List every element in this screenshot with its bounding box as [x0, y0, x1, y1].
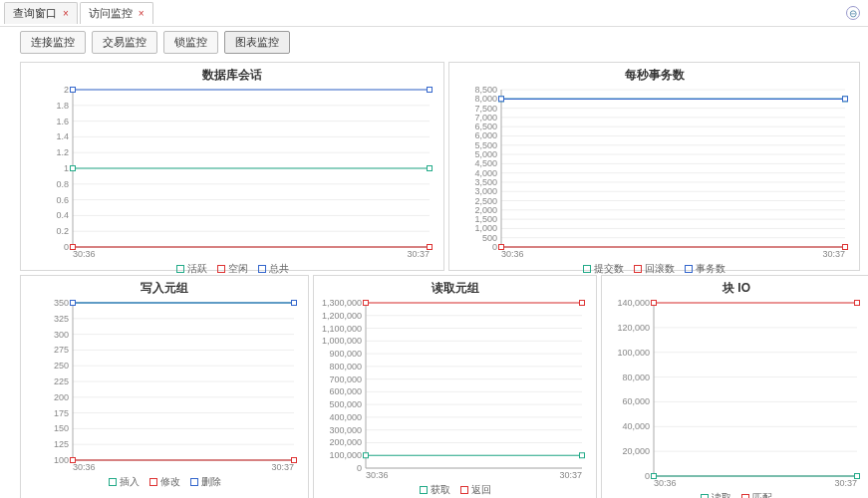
svg-text:100,000: 100,000 [617, 348, 650, 358]
svg-text:1,500: 1,500 [474, 214, 497, 224]
svg-rect-108 [71, 301, 76, 306]
svg-text:275: 275 [54, 345, 69, 355]
tab-label: 查询窗口 [13, 6, 57, 21]
svg-text:1: 1 [64, 163, 69, 173]
svg-text:4,000: 4,000 [474, 168, 497, 178]
legend-item: 删除 [190, 475, 221, 489]
chart-tps: 每秒事务数05001,0001,5002,0002,5003,0003,5004… [448, 62, 860, 271]
tab-access-monitor[interactable]: 访问监控 × [80, 2, 153, 24]
svg-text:350: 350 [54, 299, 69, 308]
svg-text:30:37: 30:37 [271, 462, 294, 472]
monitor-subtabs: 连接监控 交易监控 锁监控 图表监控 [0, 27, 868, 58]
svg-rect-29 [428, 245, 433, 250]
svg-text:500,000: 500,000 [329, 399, 362, 409]
legend-item: 总共 [258, 262, 289, 276]
svg-text:0: 0 [645, 471, 650, 481]
svg-rect-76 [499, 97, 504, 102]
svg-rect-26 [71, 166, 76, 171]
legend-item: 获取 [420, 483, 450, 497]
legend-item: 插入 [109, 475, 140, 489]
svg-text:6,000: 6,000 [474, 130, 497, 140]
svg-rect-167 [855, 474, 860, 479]
svg-text:3,000: 3,000 [474, 186, 497, 196]
svg-text:1.8: 1.8 [56, 101, 69, 111]
subtab-lock[interactable]: 锁监控 [163, 31, 218, 54]
svg-text:1.6: 1.6 [56, 117, 69, 126]
svg-text:30:36: 30:36 [73, 462, 96, 472]
chart-title: 数据库会话 [27, 65, 437, 86]
svg-text:30:36: 30:36 [366, 470, 389, 480]
svg-text:0: 0 [64, 242, 69, 252]
svg-text:1,300,000: 1,300,000 [322, 299, 362, 308]
close-icon[interactable]: × [63, 8, 69, 19]
svg-text:0: 0 [492, 242, 497, 252]
svg-text:30:37: 30:37 [822, 249, 845, 259]
chart-write-tuples: 写入元组10012515017520022525027530032535030:… [20, 275, 309, 498]
svg-text:30:37: 30:37 [407, 249, 430, 259]
chart-legend: 读取匹配 [608, 490, 865, 498]
svg-text:150: 150 [54, 423, 69, 433]
svg-text:175: 175 [54, 408, 69, 418]
svg-text:200,000: 200,000 [329, 437, 362, 447]
svg-text:600,000: 600,000 [329, 386, 362, 396]
chart-legend: 提交数回滚数事务数 [455, 261, 853, 276]
svg-text:8,500: 8,500 [474, 86, 497, 95]
chart-legend: 活跃空闲总共 [27, 261, 437, 276]
svg-text:800,000: 800,000 [329, 362, 362, 372]
svg-text:7,000: 7,000 [474, 113, 497, 123]
subtab-transaction[interactable]: 交易监控 [92, 31, 157, 54]
subtab-connection[interactable]: 连接监控 [20, 31, 86, 54]
svg-text:30:37: 30:37 [834, 478, 857, 488]
svg-rect-168 [652, 301, 657, 306]
tab-label: 访问监控 [89, 6, 133, 21]
svg-text:0: 0 [357, 463, 362, 473]
svg-rect-109 [292, 301, 297, 306]
svg-text:225: 225 [54, 376, 69, 386]
tab-query-window[interactable]: 查询窗口 × [4, 2, 78, 24]
svg-rect-74 [499, 245, 504, 250]
legend-item: 活跃 [176, 262, 207, 276]
svg-text:250: 250 [54, 361, 69, 371]
svg-text:30:36: 30:36 [654, 478, 677, 488]
chart-db-sessions: 数据库会话00.20.40.60.811.21.41.61.8230:3630:… [20, 62, 444, 271]
legend-item: 事务数 [685, 262, 725, 276]
minimize-icon[interactable]: ⊖ [846, 6, 860, 20]
svg-rect-169 [855, 301, 860, 306]
legend-item: 匹配 [741, 491, 772, 498]
svg-text:2,500: 2,500 [474, 196, 497, 206]
svg-text:100,000: 100,000 [329, 450, 362, 460]
svg-text:60,000: 60,000 [622, 396, 650, 406]
svg-text:1,200,000: 1,200,000 [322, 311, 362, 321]
chart-title: 每秒事务数 [455, 65, 853, 86]
legend-item: 读取 [701, 491, 731, 498]
svg-text:0.8: 0.8 [56, 179, 69, 189]
legend-item: 修改 [149, 475, 180, 489]
subtab-chart[interactable]: 图表监控 [224, 31, 290, 54]
svg-text:80,000: 80,000 [622, 373, 650, 382]
close-icon[interactable]: × [139, 8, 145, 19]
chart-title: 写入元组 [27, 278, 302, 299]
svg-text:1.4: 1.4 [56, 131, 69, 141]
svg-text:20,000: 20,000 [622, 446, 650, 456]
svg-text:300: 300 [54, 330, 69, 340]
svg-rect-107 [292, 458, 297, 463]
svg-text:120,000: 120,000 [617, 323, 650, 333]
chart-title: 块 IO [608, 278, 865, 299]
svg-rect-28 [71, 245, 76, 250]
svg-rect-30 [71, 88, 76, 93]
svg-text:140,000: 140,000 [617, 299, 650, 308]
svg-rect-142 [364, 453, 369, 458]
svg-text:125: 125 [54, 439, 69, 449]
svg-text:300,000: 300,000 [329, 425, 362, 435]
svg-text:100: 100 [54, 455, 69, 465]
svg-rect-27 [428, 166, 433, 171]
svg-text:7,500: 7,500 [474, 104, 497, 114]
svg-text:900,000: 900,000 [329, 349, 362, 359]
svg-rect-144 [364, 301, 369, 306]
svg-text:5,500: 5,500 [474, 140, 497, 150]
main-tabbar: 查询窗口 × 访问监控 × ⊖ [0, 0, 868, 27]
svg-text:30:36: 30:36 [73, 249, 96, 259]
svg-rect-106 [71, 458, 76, 463]
svg-text:500: 500 [482, 233, 497, 243]
svg-text:5,000: 5,000 [474, 149, 497, 159]
